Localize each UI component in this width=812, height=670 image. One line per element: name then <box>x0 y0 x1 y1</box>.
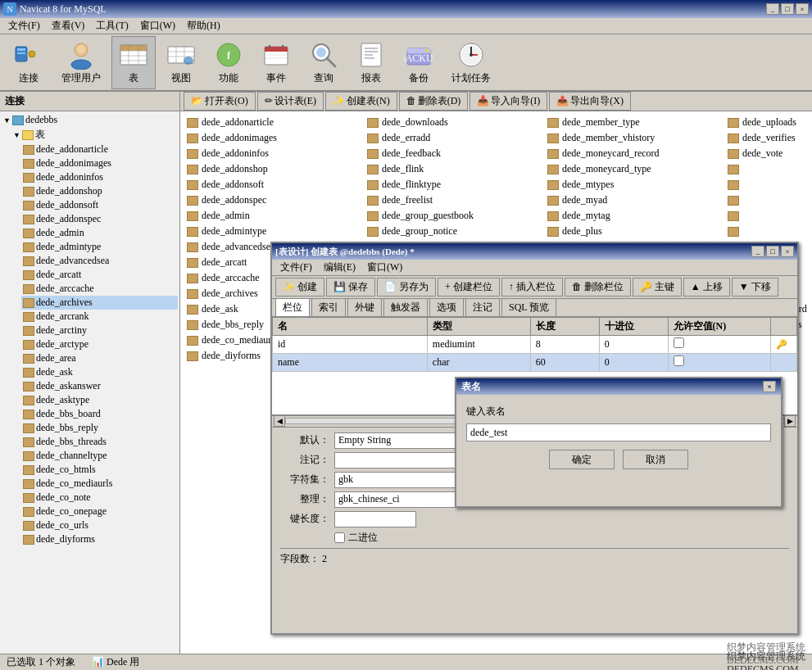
tree-table-5[interactable]: dede_addonspec <box>21 212 178 226</box>
list-item[interactable]: dede_addonimages <box>184 130 364 146</box>
folder-expand[interactable]: ▼ <box>13 131 20 139</box>
toolbar-event[interactable]: 事件 <box>254 36 298 89</box>
tab-foreign-keys[interactable]: 外键 <box>347 298 382 316</box>
design-menu-window[interactable]: 窗口(W) <box>362 259 407 276</box>
col-name[interactable]: name <box>273 353 428 371</box>
tree-table-17[interactable]: dede_askanswer <box>21 379 178 393</box>
design-menu-file[interactable]: 文件(F) <box>275 259 317 276</box>
toolbar-table[interactable]: 表 <box>111 36 156 89</box>
col-type[interactable]: mediumint <box>427 335 530 353</box>
tree-table-18[interactable]: dede_asktype <box>21 393 178 407</box>
scroll-left-btn[interactable]: ◀ <box>274 415 285 427</box>
design-table-btn[interactable]: ✏ 设计表(E) <box>257 92 324 111</box>
scroll-right-btn[interactable]: ▶ <box>784 415 796 427</box>
list-item[interactable]: dede_feedback <box>364 146 544 161</box>
tree-table-11[interactable]: dede_archives <box>21 296 178 310</box>
tree-table-20[interactable]: dede_bbs_reply <box>21 421 178 435</box>
tree-table-10[interactable]: dede_arccache <box>21 282 178 296</box>
design-create-btn[interactable]: ✨ 创建 <box>275 278 324 297</box>
tree-table-25[interactable]: dede_co_note <box>21 491 178 505</box>
design-save-btn[interactable]: 💾 保存 <box>326 278 375 297</box>
tree-table-21[interactable]: dede_bbs_threads <box>21 435 178 449</box>
tab-triggers[interactable]: 触发器 <box>383 298 428 316</box>
menu-help[interactable]: 帮助(H) <box>182 17 225 34</box>
tree-table-27[interactable]: dede_co_urls <box>21 518 178 532</box>
list-item[interactable]: dede_flinktype <box>364 177 544 192</box>
menu-window[interactable]: 窗口(W) <box>135 17 180 34</box>
list-item[interactable]: dede_addonarticle <box>184 115 364 130</box>
tree-table-13[interactable]: dede_arctiny <box>21 324 178 337</box>
col-name[interactable]: id <box>273 335 428 353</box>
tab-fields[interactable]: 栏位 <box>275 298 310 316</box>
list-item[interactable]: dede_member_vhistory <box>544 130 724 146</box>
col-type[interactable]: char <box>427 353 530 371</box>
tab-indexes[interactable]: 索引 <box>311 298 346 316</box>
tree-table-4[interactable]: dede_addonsoft <box>21 198 178 212</box>
list-item[interactable]: dede_mytag <box>544 208 724 224</box>
tree-table-22[interactable]: dede_channeltype <box>21 449 178 463</box>
list-item[interactable]: dede_verifies <box>724 130 812 146</box>
tab-comment[interactable]: 注记 <box>465 298 500 316</box>
open-table-btn[interactable]: 📂 打开表(O) <box>184 92 256 111</box>
list-item[interactable]: dede_group_guestbook <box>364 208 544 224</box>
list-item[interactable] <box>724 224 812 239</box>
tree-table-12[interactable]: dede_arcrank <box>21 310 178 324</box>
col-decimal[interactable]: 0 <box>599 353 668 371</box>
design-delcol-btn[interactable]: 🗑 删除栏位 <box>565 278 631 297</box>
design-moveup-btn[interactable]: ▲ 上移 <box>683 278 730 297</box>
toolbar-function[interactable]: f 功能 <box>206 36 251 89</box>
list-item[interactable]: dede_admintype <box>184 224 364 239</box>
toolbar-view[interactable]: 视图 <box>159 36 203 89</box>
tree-table-9[interactable]: dede_arcatt <box>21 268 178 282</box>
tree-table-3[interactable]: dede_addonshop <box>21 184 178 198</box>
nullable-checkbox[interactable] <box>674 355 684 366</box>
list-item[interactable]: dede_uploads <box>724 115 812 130</box>
dialog-close-btn[interactable]: × <box>763 381 776 392</box>
col-length[interactable]: 8 <box>530 335 599 353</box>
dialog-cancel-btn[interactable]: 取消 <box>623 450 688 469</box>
tree-table-23[interactable]: dede_co_htmls <box>21 463 178 477</box>
list-item[interactable]: dede_admin <box>184 208 364 224</box>
create-table-btn[interactable]: ✨ 创建表(N) <box>325 92 397 111</box>
list-item[interactable]: dede_moneycard_record <box>544 146 724 161</box>
tree-table-15[interactable]: dede_area <box>21 351 178 365</box>
list-item[interactable] <box>724 177 812 192</box>
list-item[interactable]: dede_addoninfos <box>184 146 364 161</box>
table-row[interactable]: id mediumint 8 0 🔑 <box>273 335 797 353</box>
tablename-input[interactable] <box>466 423 771 441</box>
tree-folder-table[interactable]: ▼ 表 <box>11 127 178 143</box>
tab-options[interactable]: 选项 <box>429 298 464 316</box>
maximize-button[interactable]: □ <box>781 3 794 15</box>
toolbar-query[interactable]: 查询 <box>302 36 346 89</box>
export-wizard-btn[interactable]: 📤 导出向导(X) <box>549 92 631 111</box>
list-item[interactable] <box>724 192 812 208</box>
nullable-checkbox[interactable] <box>674 337 684 348</box>
design-menu-edit[interactable]: 编辑(E) <box>319 259 361 276</box>
tree-table-16[interactable]: dede_ask <box>21 365 178 379</box>
list-item[interactable]: dede_member_type <box>544 115 724 130</box>
col-nullable[interactable] <box>668 335 771 353</box>
design-saveas-btn[interactable]: 📄 另存为 <box>377 278 436 297</box>
tree-table-7[interactable]: dede_admintype <box>21 240 178 254</box>
list-item[interactable]: dede_addonspec <box>184 192 364 208</box>
menu-file[interactable]: 文件(F) <box>3 17 45 34</box>
list-item[interactable]: dede_group_notice <box>364 224 544 239</box>
tree-table-0[interactable]: dede_addonarticle <box>21 143 178 156</box>
list-item[interactable]: dede_mtypes <box>544 177 724 192</box>
toolbar-connect[interactable]: 连接 <box>7 36 51 89</box>
tree-db-dedebbs[interactable]: ▼ dedebbs <box>2 113 178 127</box>
menu-tools[interactable]: 工具(T) <box>91 17 133 34</box>
toolbar-schedule[interactable]: 计划任务 <box>444 36 498 89</box>
list-item[interactable] <box>724 208 812 224</box>
design-addcol-btn[interactable]: + 创建栏位 <box>438 278 500 297</box>
tree-table-24[interactable]: dede_co_mediaurls <box>21 477 178 491</box>
table-row[interactable]: name char 60 0 <box>273 353 797 371</box>
list-item[interactable]: dede_freelist <box>364 192 544 208</box>
list-item[interactable]: dede_addonsoft <box>184 177 364 192</box>
tree-table-28[interactable]: dede_diyforms <box>21 532 178 546</box>
minimize-button[interactable]: _ <box>766 3 779 15</box>
design-insertcol-btn[interactable]: ↑ 插入栏位 <box>501 278 563 297</box>
list-item[interactable]: dede_addonshop <box>184 161 364 177</box>
keylength-input[interactable] <box>334 511 416 527</box>
close-button[interactable]: × <box>796 3 809 15</box>
